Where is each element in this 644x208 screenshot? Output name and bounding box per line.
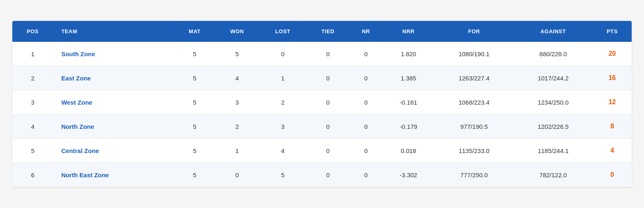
cell-for: 777/250.0: [434, 163, 513, 187]
cell-team: North East Zone: [53, 163, 174, 187]
cell-mat: 5: [174, 42, 215, 66]
cell-pts: 0: [593, 163, 632, 187]
cell-pos: 6: [12, 163, 53, 187]
cell-won: 3: [215, 90, 259, 114]
cell-pts: 12: [593, 90, 632, 114]
table-row: 1South Zone550001.8201080/190.1880/228.0…: [12, 42, 632, 66]
header-nrr: NRR: [383, 21, 435, 42]
header-for: FOR: [434, 21, 513, 42]
cell-team: North Zone: [53, 114, 174, 139]
cell-pos: 1: [12, 42, 53, 66]
cell-for: 977/190.5: [434, 114, 513, 139]
table-row: 2East Zone541001.3851263/227.41017/244.2…: [12, 66, 632, 90]
cell-won: 4: [215, 66, 259, 90]
cell-tied: 0: [307, 42, 350, 66]
cell-against: 1234/250.0: [514, 90, 593, 114]
cell-tied: 0: [307, 163, 350, 187]
cell-against: 1202/226.5: [514, 114, 593, 139]
cell-nrr: -0.179: [383, 114, 435, 139]
header-mat: MAT: [174, 21, 215, 42]
standings-table-container: POS TEAM MAT WON LOST TIED NR NRR FOR AG…: [12, 21, 632, 187]
cell-lost: 3: [259, 114, 307, 139]
table-row: 6North East Zone50500-3.302777/250.0782/…: [12, 163, 632, 187]
cell-lost: 2: [259, 90, 307, 114]
cell-team: South Zone: [53, 42, 174, 66]
cell-nrr: 1.385: [383, 66, 435, 90]
cell-nrr: -0.161: [383, 90, 435, 114]
header-lost: LOST: [259, 21, 307, 42]
cell-pos: 5: [12, 139, 53, 163]
cell-pts: 4: [593, 139, 632, 163]
cell-tied: 0: [307, 66, 350, 90]
cell-against: 880/228.0: [514, 42, 593, 66]
cell-nr: 0: [349, 114, 383, 139]
table-header-row: POS TEAM MAT WON LOST TIED NR NRR FOR AG…: [12, 21, 632, 42]
cell-won: 1: [215, 139, 259, 163]
cell-won: 2: [215, 114, 259, 139]
header-pts: PTS: [593, 21, 632, 42]
cell-nrr: 0.018: [383, 139, 435, 163]
cell-nr: 0: [349, 42, 383, 66]
cell-for: 1068/223.4: [434, 90, 513, 114]
cell-mat: 5: [174, 66, 215, 90]
cell-for: 1080/190.1: [434, 42, 513, 66]
cell-pos: 3: [12, 90, 53, 114]
cell-pos: 4: [12, 114, 53, 139]
standings-table: POS TEAM MAT WON LOST TIED NR NRR FOR AG…: [12, 21, 632, 187]
cell-won: 5: [215, 42, 259, 66]
cell-tied: 0: [307, 114, 350, 139]
cell-pts: 16: [593, 66, 632, 90]
header-nr: NR: [349, 21, 383, 42]
cell-mat: 5: [174, 90, 215, 114]
header-team: TEAM: [53, 21, 174, 42]
cell-against: 782/122.0: [514, 163, 593, 187]
cell-mat: 5: [174, 163, 215, 187]
cell-lost: 0: [259, 42, 307, 66]
header-against: AGAINST: [514, 21, 593, 42]
cell-team: West Zone: [53, 90, 174, 114]
cell-nr: 0: [349, 163, 383, 187]
header-won: WON: [215, 21, 259, 42]
cell-nrr: -3.302: [383, 163, 435, 187]
cell-won: 0: [215, 163, 259, 187]
cell-against: 1185/244.1: [514, 139, 593, 163]
cell-for: 1263/227.4: [434, 66, 513, 90]
cell-pts: 8: [593, 114, 632, 139]
header-tied: TIED: [307, 21, 350, 42]
cell-team: Central Zone: [53, 139, 174, 163]
cell-tied: 0: [307, 139, 350, 163]
cell-nrr: 1.820: [383, 42, 435, 66]
cell-nr: 0: [349, 139, 383, 163]
cell-against: 1017/244.2: [514, 66, 593, 90]
cell-nr: 0: [349, 90, 383, 114]
cell-nr: 0: [349, 66, 383, 90]
cell-mat: 5: [174, 139, 215, 163]
cell-pts: 20: [593, 42, 632, 66]
cell-pos: 2: [12, 66, 53, 90]
cell-mat: 5: [174, 114, 215, 139]
header-pos: POS: [12, 21, 53, 42]
cell-for: 1135/233.0: [434, 139, 513, 163]
cell-lost: 1: [259, 66, 307, 90]
cell-team: East Zone: [53, 66, 174, 90]
cell-tied: 0: [307, 90, 350, 114]
table-row: 3West Zone53200-0.1611068/223.41234/250.…: [12, 90, 632, 114]
table-row: 4North Zone52300-0.179977/190.51202/226.…: [12, 114, 632, 139]
table-row: 5Central Zone514000.0181135/233.01185/24…: [12, 139, 632, 163]
cell-lost: 5: [259, 163, 307, 187]
cell-lost: 4: [259, 139, 307, 163]
